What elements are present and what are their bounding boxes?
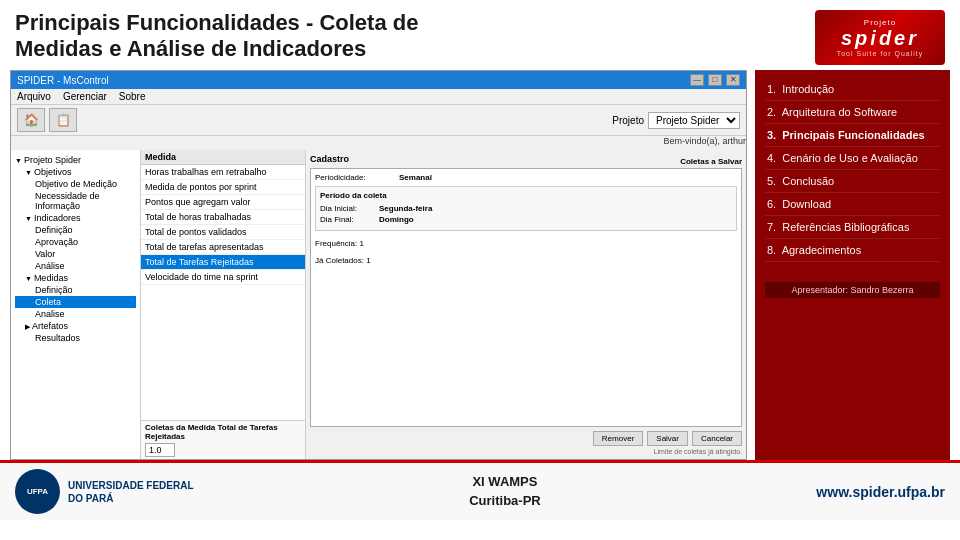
frequencia-row: Frequência: 1 [315, 239, 737, 248]
salvar-button[interactable]: Salvar [647, 431, 688, 446]
presenter-bar: Apresentador: Sandro Bezerra [765, 282, 940, 298]
ja-coletados-row: Já Coletados: 1 [315, 256, 737, 265]
tree-item-analise[interactable]: Análise [15, 260, 136, 272]
measures-header: Medida [141, 150, 305, 165]
university-name: UNIVERSIDADE FEDERAL DO PARÁ [68, 479, 194, 505]
measure-item-4[interactable]: Total de horas trabalhadas [141, 210, 305, 225]
close-button[interactable]: ✕ [726, 74, 740, 86]
project-select[interactable]: Projeto Spider [648, 112, 740, 129]
app-menubar: Arquivo Gerenciar Sobre [11, 89, 746, 105]
project-label: Projeto [612, 115, 644, 126]
maximize-button[interactable]: □ [708, 74, 722, 86]
remover-button[interactable]: Remover [593, 431, 643, 446]
tree-item-projeto[interactable]: Projeto Spider [15, 154, 136, 166]
minimize-button[interactable]: — [690, 74, 704, 86]
tree-item-definicao2[interactable]: Definição [15, 284, 136, 296]
tree-item-objetivo-medicao[interactable]: Objetivo de Medição [15, 178, 136, 190]
logo-spider: spider [841, 27, 919, 50]
tree-item-aprovacao[interactable]: Aprovação [15, 236, 136, 248]
tree-panel: Projeto Spider Objetivos Objetivo de Med… [11, 150, 141, 459]
dia-final-value: Domingo [379, 215, 414, 224]
frequencia-label: Frequência: [315, 239, 357, 248]
menu-arquivo[interactable]: Arquivo [17, 91, 51, 102]
menu-sobre[interactable]: Sobre [119, 91, 146, 102]
frequencia-value: 1 [359, 239, 363, 248]
coleta-value-input[interactable] [145, 443, 175, 457]
cadastro-footer: Limite de coletas já atingido. [310, 448, 742, 455]
ja-coletados-value: 1 [366, 256, 370, 265]
cadastro-header: Cadastro [310, 154, 349, 164]
tree-item-resultados[interactable]: Resultados [15, 332, 136, 344]
tree-item-objetivos[interactable]: Objetivos [15, 166, 136, 178]
nav-item-3[interactable]: 3. Principais Funcionalidades [765, 124, 940, 147]
app-title: SPIDER - MsControl [17, 75, 109, 86]
periodicidade-row: Periodicidade: Semanal [315, 173, 737, 182]
tree-item-medidas[interactable]: Medidas [15, 272, 136, 284]
ufpa-icon: UFPA [15, 469, 60, 514]
toolbar-project: Projeto Projeto Spider [612, 112, 740, 129]
menu-gerenciar[interactable]: Gerenciar [63, 91, 107, 102]
welcome-text: Bem-vindo(a), arthur [11, 136, 746, 146]
spider-logo: Projeto spider Tool Suite for Quality [815, 10, 945, 65]
nav-item-2[interactable]: 2. Arquitetura do Software [765, 101, 940, 124]
dia-inicial-row: Dia Inicial: Segunda-feira [320, 204, 732, 213]
app-body: Projeto Spider Objetivos Objetivo de Med… [11, 150, 746, 459]
measure-item-7[interactable]: Total de Tarefas Rejeitadas [141, 255, 305, 270]
toolbar-icon-2[interactable]: 📋 [49, 108, 77, 132]
nav-item-6[interactable]: 6. Download [765, 193, 940, 216]
footer: UFPA UNIVERSIDADE FEDERAL DO PARÁ XI WAM… [0, 460, 960, 520]
titlebar-controls: — □ ✕ [690, 74, 740, 86]
periodicidade-value: Semanal [399, 173, 432, 182]
measure-item-6[interactable]: Total de tarefas apresentadas [141, 240, 305, 255]
cancelar-button[interactable]: Cancelar [692, 431, 742, 446]
measure-item-3[interactable]: Pontos que agregam valor [141, 195, 305, 210]
cadastro-content: Periodicidade: Semanal Período da coleta… [310, 168, 742, 427]
tree-item-definicao[interactable]: Definição [15, 224, 136, 236]
footer-website[interactable]: www.spider.ufpa.br [816, 484, 945, 500]
app-titlebar: SPIDER - MsControl — □ ✕ [11, 71, 746, 89]
period-section: Período da coleta Dia Inicial: Segunda-f… [315, 186, 737, 231]
logo-tagline: Tool Suite for Quality [837, 50, 924, 57]
tree-item-valor[interactable]: Valor [15, 248, 136, 260]
footer-logo: UFPA UNIVERSIDADE FEDERAL DO PARÁ [15, 469, 194, 514]
presentation-title: Principais Funcionalidades - Coleta de M… [15, 10, 815, 63]
tree-item-necessidade[interactable]: Necessidade de Informação [15, 190, 136, 212]
footer-event: XI WAMPS Curitiba-PR [469, 473, 541, 509]
tree-item-artefatos[interactable]: Artefatos [15, 320, 136, 332]
measures-panel: Medida Horas trabalhas em retrabalho Med… [141, 150, 306, 459]
periodicidade-label: Periodicidade: [315, 173, 395, 182]
nav-item-5[interactable]: 5. Conclusão [765, 170, 940, 193]
right-sidebar: 1. Introdução 2. Arquitetura do Software… [755, 70, 950, 460]
tree-item-indicadores[interactable]: Indicadores [15, 212, 136, 224]
app-window: SPIDER - MsControl — □ ✕ Arquivo Gerenci… [10, 70, 747, 460]
title-line1: Principais Funcionalidades - Coleta de M… [15, 10, 815, 63]
measure-item-8[interactable]: Velocidade do time na sprint [141, 270, 305, 285]
measures-coletas: Coletas da Medida Total de Tarefas Rejei… [141, 420, 305, 459]
measures-list: Horas trabalhas em retrabalho Medida de … [141, 165, 305, 420]
cadastro-buttons: Remover Salvar Cancelar [310, 431, 742, 446]
tree-item-analise2[interactable]: Analise [15, 308, 136, 320]
cadastro-panel: Cadastro Coletas a Salvar Periodicidade:… [306, 150, 746, 459]
ja-coletados-label: Já Coletados: [315, 256, 364, 265]
main-content: SPIDER - MsControl — □ ✕ Arquivo Gerenci… [0, 70, 960, 460]
periodo-coleta-title: Período da coleta [320, 191, 732, 200]
toolbar-icon-1[interactable]: 🏠 [17, 108, 45, 132]
coletas-a-salvar: Coletas a Salvar [680, 157, 742, 166]
nav-item-1[interactable]: 1. Introdução [765, 78, 940, 101]
nav-item-4[interactable]: 4. Cenário de Uso e Avaliação [765, 147, 940, 170]
dia-inicial-label: Dia Inicial: [320, 204, 375, 213]
dia-final-row: Dia Final: Domingo [320, 215, 732, 224]
nav-item-7[interactable]: 7. Referências Bibliográficas [765, 216, 940, 239]
dia-final-label: Dia Final: [320, 215, 375, 224]
nav-item-8[interactable]: 8. Agradecimentos [765, 239, 940, 262]
measure-item-1[interactable]: Horas trabalhas em retrabalho [141, 165, 305, 180]
coletas-header: Coletas da Medida Total de Tarefas Rejei… [145, 423, 301, 441]
app-toolbar: 🏠 📋 Projeto Projeto Spider [11, 105, 746, 136]
page-header: Principais Funcionalidades - Coleta de M… [0, 0, 960, 70]
logo-projeto: Projeto [864, 18, 896, 27]
tree-item-coleta[interactable]: Coleta [15, 296, 136, 308]
dia-inicial-value: Segunda-feira [379, 204, 432, 213]
measure-item-5[interactable]: Total de pontos validados [141, 225, 305, 240]
measure-item-2[interactable]: Medida de pontos por sprint [141, 180, 305, 195]
